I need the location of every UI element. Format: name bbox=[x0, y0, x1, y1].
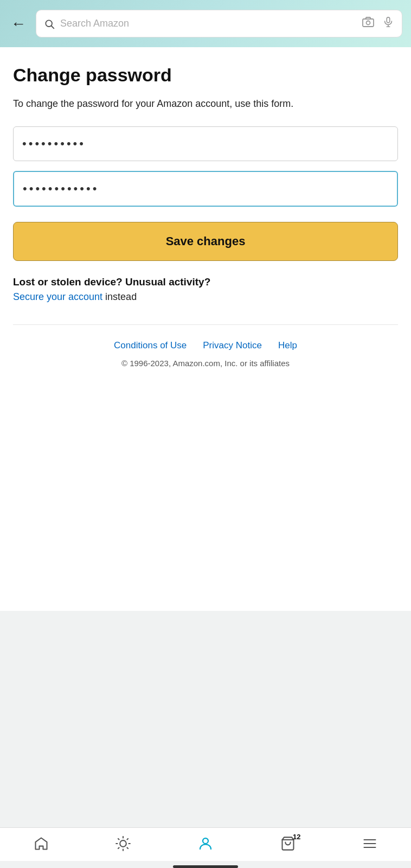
footer-links: Conditions of Use Privacy Notice Help bbox=[22, 340, 389, 351]
lost-device-title: Lost or stolen device? Unusual activity? bbox=[13, 276, 398, 288]
lost-device-suffix: instead bbox=[102, 291, 137, 302]
search-placeholder: Search Amazon bbox=[60, 18, 356, 29]
cart-icon: 12 bbox=[280, 836, 296, 855]
nav-item-profile[interactable] bbox=[189, 835, 222, 856]
lost-device-text: Secure your account instead bbox=[13, 291, 398, 303]
svg-point-3 bbox=[367, 21, 370, 25]
svg-point-7 bbox=[120, 840, 127, 847]
main-content: Change password To change the password f… bbox=[0, 47, 411, 611]
home-indicator bbox=[173, 865, 238, 868]
lost-device-section: Lost or stolen device? Unusual activity?… bbox=[13, 276, 398, 303]
svg-rect-4 bbox=[387, 17, 390, 23]
privacy-notice-link[interactable]: Privacy Notice bbox=[203, 340, 262, 351]
back-button[interactable]: ← bbox=[9, 15, 28, 33]
svg-point-16 bbox=[203, 838, 208, 844]
svg-line-11 bbox=[127, 847, 129, 848]
nav-item-menu[interactable] bbox=[354, 836, 386, 855]
svg-line-14 bbox=[118, 847, 119, 848]
footer: Conditions of Use Privacy Notice Help © … bbox=[13, 324, 398, 378]
profile-icon bbox=[197, 835, 214, 856]
nav-item-home[interactable] bbox=[25, 836, 57, 855]
help-link[interactable]: Help bbox=[278, 340, 297, 351]
home-icon bbox=[34, 836, 49, 855]
deals-icon bbox=[115, 836, 131, 855]
search-right-icons bbox=[362, 16, 394, 31]
nav-item-cart[interactable]: 12 bbox=[272, 836, 304, 855]
save-button[interactable]: Save changes bbox=[13, 222, 398, 261]
search-bar[interactable]: Search Amazon bbox=[36, 10, 402, 37]
page-title: Change password bbox=[13, 65, 398, 86]
camera-icon[interactable] bbox=[362, 16, 375, 31]
cart-count: 12 bbox=[293, 833, 300, 841]
new-password-input[interactable] bbox=[13, 171, 398, 207]
svg-line-1 bbox=[52, 25, 54, 28]
bottom-nav: 12 bbox=[0, 827, 411, 861]
conditions-of-use-link[interactable]: Conditions of Use bbox=[114, 340, 187, 351]
current-password-input[interactable] bbox=[13, 126, 398, 161]
footer-copyright: © 1996-2023, Amazon.com, Inc. or its aff… bbox=[22, 359, 389, 368]
page-description: To change the password for your Amazon a… bbox=[13, 97, 398, 111]
menu-icon bbox=[362, 836, 377, 855]
svg-line-15 bbox=[127, 839, 129, 840]
mic-icon[interactable] bbox=[382, 16, 394, 31]
svg-rect-2 bbox=[363, 19, 374, 27]
nav-item-deals[interactable] bbox=[107, 836, 139, 855]
header: ← Search Amazon bbox=[0, 0, 411, 47]
spacer bbox=[0, 611, 411, 827]
svg-line-10 bbox=[118, 839, 119, 840]
search-icon bbox=[44, 18, 55, 29]
secure-account-link[interactable]: Secure your account bbox=[13, 291, 102, 302]
